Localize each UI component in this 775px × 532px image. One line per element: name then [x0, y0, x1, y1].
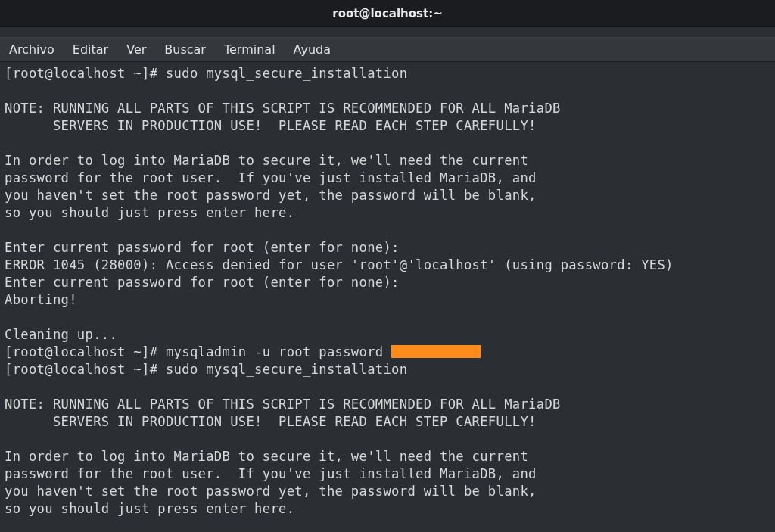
term-line: so you should just press enter here.: [5, 501, 294, 516]
term-line: [root@localhost ~]# sudo mysql_secure_in…: [5, 66, 407, 81]
term-line: SERVERS IN PRODUCTION USE! PLEASE READ E…: [5, 118, 537, 133]
term-line: ERROR 1045 (28000): Access denied for us…: [5, 257, 674, 272]
term-line: password for the root user. If you've ju…: [5, 170, 537, 185]
menu-ver[interactable]: Ver: [126, 42, 146, 57]
term-line: [root@localhost ~]# mysqladmin -u root p…: [5, 344, 391, 359]
window-titlebar: root@localhost:~: [0, 0, 775, 27]
term-line: so you should just press enter here.: [5, 205, 294, 220]
term-line: you haven't set the root password yet, t…: [5, 484, 537, 499]
menu-ayuda[interactable]: Ayuda: [294, 42, 331, 57]
term-line: Aborting!: [5, 292, 77, 307]
redacted-password: [391, 345, 481, 358]
term-line: In order to log into MariaDB to secure i…: [5, 153, 528, 168]
terminal-output[interactable]: [root@localhost ~]# sudo mysql_secure_in…: [0, 62, 775, 521]
term-line: Cleaning up...: [5, 327, 117, 342]
term-line: SERVERS IN PRODUCTION USE! PLEASE READ E…: [5, 414, 537, 429]
term-line: you haven't set the root password yet, t…: [5, 188, 537, 203]
window-title: root@localhost:~: [332, 7, 442, 20]
menubar: Archivo Editar Ver Buscar Terminal Ayuda: [0, 38, 775, 62]
term-line: Enter current password for root (enter f…: [5, 240, 400, 255]
term-line: Enter current password for root (enter f…: [5, 275, 400, 290]
term-line: NOTE: RUNNING ALL PARTS OF THIS SCRIPT I…: [5, 101, 561, 116]
menu-archivo[interactable]: Archivo: [9, 42, 54, 57]
menu-editar[interactable]: Editar: [73, 42, 108, 57]
term-line: password for the root user. If you've ju…: [5, 466, 537, 481]
term-line: NOTE: RUNNING ALL PARTS OF THIS SCRIPT I…: [5, 397, 561, 412]
titlebar-separator: [0, 27, 775, 38]
term-line: In order to log into MariaDB to secure i…: [5, 449, 528, 464]
term-line: [root@localhost ~]# sudo mysql_secure_in…: [5, 362, 407, 377]
menu-buscar[interactable]: Buscar: [164, 42, 206, 57]
menu-terminal[interactable]: Terminal: [224, 42, 275, 57]
